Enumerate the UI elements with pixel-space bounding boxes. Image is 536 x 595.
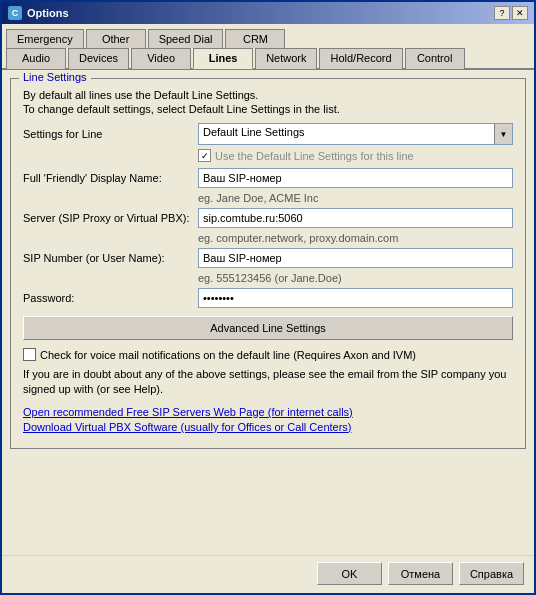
default-checkbox-label: Use the Default Line Settings for this l… (215, 150, 414, 162)
settings-for-line-select[interactable]: Default Line Settings ▼ (198, 123, 513, 145)
voicemail-check-row: Check for voice mail notifications on th… (23, 348, 513, 361)
cancel-button[interactable]: Отмена (388, 562, 453, 585)
full-name-input[interactable] (198, 168, 513, 188)
tab-network[interactable]: Network (255, 48, 317, 69)
tab-lines[interactable]: Lines (193, 48, 253, 69)
tab-control[interactable]: Control (405, 48, 465, 69)
server-label: Server (SIP Proxy or Virtual PBX): (23, 212, 198, 224)
tabs-row2: Audio Devices Video Lines Network Hold/R… (2, 47, 534, 70)
tab-devices[interactable]: Devices (68, 48, 129, 69)
full-name-hint: eg. Jane Doe, ACME Inc (198, 192, 513, 204)
link-download-pbx[interactable]: Download Virtual PBX Software (usually f… (23, 421, 513, 433)
help-title-btn[interactable]: ? (494, 6, 510, 20)
help-button[interactable]: Справка (459, 562, 524, 585)
tabs-row1: Emergency Other Speed Dial CRM (2, 24, 534, 47)
password-input[interactable] (198, 288, 513, 308)
tab-audio[interactable]: Audio (6, 48, 66, 69)
bottom-bar: OK Отмена Справка (2, 555, 534, 593)
server-input[interactable] (198, 208, 513, 228)
server-hint: eg. computer.network, proxy.domain.com (198, 232, 513, 244)
sip-hint: eg. 555123456 (or Jane.Doe) (198, 272, 513, 284)
settings-for-line-value: Default Line Settings (199, 124, 494, 144)
desc-text-2: To change default settings, select Defau… (23, 103, 513, 115)
default-checkbox-row: ✓ Use the Default Line Settings for this… (198, 149, 513, 162)
sip-input[interactable] (198, 248, 513, 268)
title-bar-left: C Options (8, 6, 69, 20)
server-row: Server (SIP Proxy or Virtual PBX): (23, 208, 513, 228)
app-icon: C (8, 6, 22, 20)
tab-other[interactable]: Other (86, 29, 146, 48)
link-free-sip-servers[interactable]: Open recommended Free SIP Servers Web Pa… (23, 406, 513, 418)
full-name-row: Full 'Friendly' Display Name: (23, 168, 513, 188)
full-name-label: Full 'Friendly' Display Name: (23, 172, 198, 184)
default-checkbox[interactable]: ✓ (198, 149, 211, 162)
tab-crm[interactable]: CRM (225, 29, 285, 48)
tab-emergency[interactable]: Emergency (6, 29, 84, 48)
window-title: Options (27, 7, 69, 19)
dropdown-arrow-icon[interactable]: ▼ (494, 124, 512, 144)
tab-hold-record[interactable]: Hold/Record (319, 48, 402, 69)
tab-speed-dial[interactable]: Speed Dial (148, 29, 224, 48)
sip-row: SIP Number (or User Name): (23, 248, 513, 268)
title-buttons: ? ✕ (494, 6, 528, 20)
voicemail-check-label: Check for voice mail notifications on th… (40, 349, 416, 361)
desc-text-1: By default all lines use the Default Lin… (23, 89, 513, 101)
settings-for-line-label: Settings for Line (23, 128, 198, 140)
content-area: Line Settings By default all lines use t… (2, 70, 534, 555)
password-row: Password: (23, 288, 513, 308)
voicemail-checkbox[interactable] (23, 348, 36, 361)
title-bar: C Options ? ✕ (2, 2, 534, 24)
close-title-btn[interactable]: ✕ (512, 6, 528, 20)
info-text: If you are in doubt about any of the abo… (23, 367, 513, 398)
tab-video[interactable]: Video (131, 48, 191, 69)
sip-label: SIP Number (or User Name): (23, 252, 198, 264)
advanced-line-settings-button[interactable]: Advanced Line Settings (23, 316, 513, 340)
options-window: C Options ? ✕ Emergency Other Speed Dial… (0, 0, 536, 595)
password-label: Password: (23, 292, 198, 304)
line-settings-group: Line Settings By default all lines use t… (10, 78, 526, 449)
group-title: Line Settings (19, 71, 91, 83)
ok-button[interactable]: OK (317, 562, 382, 585)
settings-for-line-row: Settings for Line Default Line Settings … (23, 123, 513, 145)
